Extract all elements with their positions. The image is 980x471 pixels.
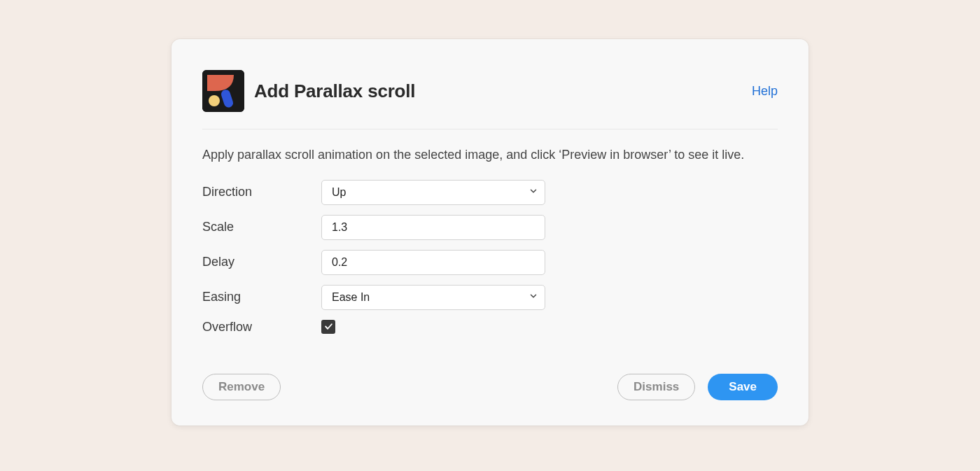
footer-right: Dismiss Save	[617, 374, 778, 400]
help-link[interactable]: Help	[752, 84, 778, 99]
delay-input[interactable]	[321, 250, 545, 275]
dialog-description: Apply parallax scroll animation on the s…	[202, 129, 778, 180]
row-easing: Easing Ease In	[202, 285, 778, 310]
row-overflow: Overflow	[202, 320, 778, 335]
control-direction: Up	[321, 180, 545, 205]
row-scale: Scale	[202, 215, 778, 240]
control-easing: Ease In	[321, 285, 545, 310]
direction-select[interactable]: Up	[321, 180, 545, 205]
easing-select[interactable]: Ease In	[321, 285, 545, 310]
remove-button[interactable]: Remove	[202, 374, 281, 400]
control-overflow	[321, 320, 335, 335]
dialog-footer: Remove Dismiss Save	[202, 374, 778, 400]
scale-input[interactable]	[321, 215, 545, 240]
svg-point-1	[209, 95, 220, 106]
label-direction: Direction	[202, 185, 321, 199]
control-scale	[321, 215, 545, 240]
label-easing: Easing	[202, 290, 321, 304]
control-delay	[321, 250, 545, 275]
parallax-dialog: Add Parallax scroll Help Apply parallax …	[172, 39, 808, 426]
overflow-checkbox[interactable]	[321, 320, 335, 334]
row-delay: Delay	[202, 250, 778, 275]
dismiss-button[interactable]: Dismiss	[617, 374, 695, 400]
dialog-header: Add Parallax scroll Help	[202, 70, 778, 129]
app-icon	[202, 70, 244, 112]
save-button[interactable]: Save	[708, 374, 778, 400]
label-scale: Scale	[202, 220, 321, 234]
label-overflow: Overflow	[202, 320, 321, 335]
header-left: Add Parallax scroll	[202, 70, 415, 112]
dialog-title: Add Parallax scroll	[254, 80, 415, 102]
settings-form: Direction Up Scale Delay Easing Ease	[202, 180, 778, 335]
row-direction: Direction Up	[202, 180, 778, 205]
label-delay: Delay	[202, 255, 321, 269]
